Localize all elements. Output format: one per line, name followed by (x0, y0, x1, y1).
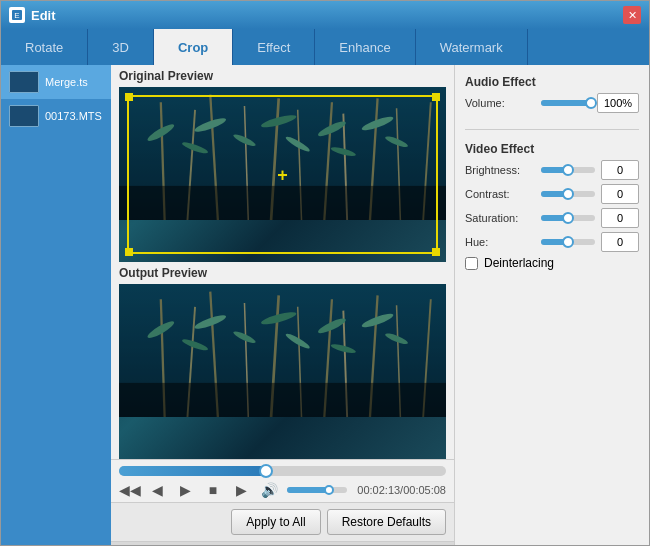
controls-bar: ◀◀ ◀ ▶ ■ ▶ 🔊 00:02:13/00:05:08 (111, 459, 454, 502)
edit-window: E Edit ✕ Rotate 3D Crop Effect Enhance W… (0, 0, 650, 546)
hue-track[interactable] (541, 239, 595, 245)
stop-button[interactable]: ■ (203, 482, 223, 498)
main-panel: Original Preview (111, 65, 454, 545)
playback-controls: ◀◀ ◀ ▶ ■ ▶ 🔊 00:02:13/00:05:08 (119, 482, 446, 498)
tab-rotate[interactable]: Rotate (1, 29, 88, 65)
audio-effect-section: Audio Effect Volume: (465, 75, 639, 117)
play-button[interactable]: ▶ (175, 482, 195, 498)
volume-fill-audio (541, 100, 591, 106)
app-icon: E (9, 7, 25, 23)
brightness-label: Brightness: (465, 164, 535, 176)
prev-frame-button[interactable]: ◀ (147, 482, 167, 498)
content-area: Merge.ts 00173.MTS Original Preview (1, 65, 649, 545)
crop-handle-br[interactable] (432, 248, 440, 256)
apply-to-all-button[interactable]: Apply to All (231, 509, 320, 535)
contrast-control-row: Contrast: (465, 184, 639, 204)
tab-watermark[interactable]: Watermark (416, 29, 528, 65)
output-preview-section: Output Preview (111, 262, 454, 459)
crop-handle-tr[interactable] (432, 93, 440, 101)
hue-thumb[interactable] (562, 236, 574, 248)
volume-spinner[interactable] (597, 93, 639, 113)
video-effect-section: Video Effect Brightness: Contrast: (465, 142, 639, 270)
hue-control-row: Hue: (465, 232, 639, 252)
window-title: Edit (31, 8, 623, 23)
volume-track[interactable] (541, 100, 591, 106)
saturation-label: Saturation: (465, 212, 535, 224)
crop-border: + (127, 95, 438, 254)
brightness-spinner[interactable] (601, 160, 639, 180)
contrast-value-input[interactable] (601, 184, 639, 204)
volume-control-row: Volume: (465, 93, 639, 113)
crop-handle-bl[interactable] (125, 248, 133, 256)
bottom-action-row: Apply to All Restore Defaults (111, 502, 454, 541)
file-name-merge: Merge.ts (45, 76, 88, 88)
output-video-container (119, 284, 446, 459)
output-preview-label: Output Preview (111, 262, 454, 284)
time-display: 00:02:13/00:05:08 (357, 484, 446, 496)
original-preview-section: Original Preview (111, 65, 454, 262)
output-video-frame (119, 284, 446, 459)
brightness-thumb[interactable] (562, 164, 574, 176)
tab-bar: Rotate 3D Crop Effect Enhance Watermark (1, 29, 649, 65)
separator-1 (465, 129, 639, 130)
crop-center-marker: + (277, 164, 288, 185)
file-thumbnail-00173 (9, 105, 39, 127)
bottom-buttons-row: Restore All Apply Close (111, 541, 454, 545)
hue-value-input[interactable] (601, 232, 639, 252)
svg-rect-51 (119, 383, 446, 417)
volume-thumb[interactable] (324, 485, 334, 495)
deinterlacing-row: Deinterlacing (465, 256, 639, 270)
saturation-thumb[interactable] (562, 212, 574, 224)
progress-fill (119, 466, 266, 476)
volume-slider[interactable] (287, 487, 347, 493)
contrast-thumb[interactable] (562, 188, 574, 200)
tab-effect[interactable]: Effect (233, 29, 315, 65)
volume-icon: 🔊 (259, 482, 279, 498)
contrast-label: Contrast: (465, 188, 535, 200)
title-bar: E Edit ✕ (1, 1, 649, 29)
playback-progress-bar[interactable] (119, 466, 446, 476)
tab-3d[interactable]: 3D (88, 29, 154, 65)
original-video-container: + (119, 87, 446, 262)
video-effect-title: Video Effect (465, 142, 639, 156)
volume-fill (287, 487, 329, 493)
restore-defaults-button[interactable]: Restore Defaults (327, 509, 446, 535)
file-name-00173: 00173.MTS (45, 110, 102, 122)
crop-handle-tl[interactable] (125, 93, 133, 101)
saturation-control-row: Saturation: (465, 208, 639, 228)
original-video-frame: + (119, 87, 446, 262)
volume-label: Volume: (465, 97, 535, 109)
tab-crop[interactable]: Crop (154, 29, 233, 65)
file-item-merge[interactable]: Merge.ts (1, 65, 111, 99)
deinterlacing-label: Deinterlacing (484, 256, 554, 270)
file-panel: Merge.ts 00173.MTS (1, 65, 111, 545)
next-frame-button[interactable]: ▶ (231, 482, 251, 498)
tab-enhance[interactable]: Enhance (315, 29, 415, 65)
svg-text:E: E (14, 11, 19, 20)
close-window-button[interactable]: ✕ (623, 6, 641, 24)
saturation-value-input[interactable] (601, 208, 639, 228)
saturation-spinner[interactable] (601, 208, 639, 228)
deinterlacing-checkbox[interactable] (465, 257, 478, 270)
brightness-track[interactable] (541, 167, 595, 173)
right-effects-panel: Audio Effect Volume: Video Effect (454, 65, 649, 545)
brightness-value-input[interactable] (601, 160, 639, 180)
output-video-art (119, 284, 446, 417)
hue-label: Hue: (465, 236, 535, 248)
progress-thumb[interactable] (259, 464, 273, 478)
saturation-track[interactable] (541, 215, 595, 221)
original-preview-label: Original Preview (111, 65, 454, 87)
volume-thumb-audio[interactable] (585, 97, 597, 109)
file-item-00173[interactable]: 00173.MTS (1, 99, 111, 133)
brightness-control-row: Brightness: (465, 160, 639, 180)
volume-value-input[interactable] (597, 93, 639, 113)
file-thumbnail-merge (9, 71, 39, 93)
contrast-spinner[interactable] (601, 184, 639, 204)
hue-spinner[interactable] (601, 232, 639, 252)
audio-effect-title: Audio Effect (465, 75, 639, 89)
skip-start-button[interactable]: ◀◀ (119, 482, 139, 498)
contrast-track[interactable] (541, 191, 595, 197)
